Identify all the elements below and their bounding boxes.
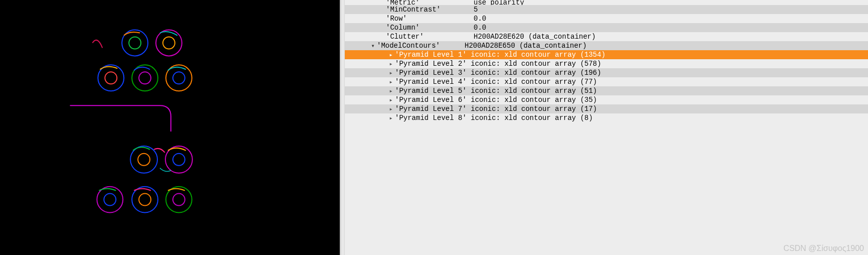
child-detail: iconic: xld contour array (77)	[471, 78, 597, 86]
child-label: 'Pyramid Level 3'	[395, 69, 467, 77]
param-key: 'MinContrast'	[386, 6, 474, 14]
pyramid-level-row-1[interactable]: ▸ 'Pyramid Level 1' iconic: xld contour …	[345, 50, 868, 59]
param-key: 'ModelContours'	[377, 42, 465, 50]
disclosure-triangle-right-icon[interactable]: ▸	[387, 96, 395, 104]
child-label: 'Pyramid Level 2'	[395, 60, 467, 68]
param-key: 'Clutter'	[386, 33, 474, 41]
param-row-metric[interactable]: 'Metric' use_polarity	[345, 0, 868, 5]
param-row-modelcontours[interactable]: ▾ 'ModelContours' H200AD28E650 (data_con…	[345, 41, 868, 50]
svg-point-5	[105, 72, 117, 84]
svg-point-3	[163, 37, 175, 49]
svg-point-15	[104, 194, 116, 206]
child-detail: iconic: xld contour array (578)	[471, 60, 601, 68]
child-detail: iconic: xld contour array (196)	[471, 69, 601, 77]
watermark-text: CSDN @Σίσυφος1900	[783, 244, 864, 253]
child-detail: iconic: xld contour array (17)	[471, 105, 597, 113]
pyramid-level-row-4[interactable]: ▸ 'Pyramid Level 4' iconic: xld contour …	[345, 77, 868, 86]
disclosure-triangle-right-icon[interactable]: ▸	[387, 78, 395, 86]
pyramid-level-row-8[interactable]: ▸ 'Pyramid Level 8' iconic: xld contour …	[345, 113, 868, 122]
param-value: 5	[474, 6, 478, 14]
svg-point-17	[139, 194, 151, 206]
svg-point-9	[173, 72, 185, 84]
param-value: H200AD28E650 (data_container)	[465, 42, 587, 50]
pyramid-level-row-3[interactable]: ▸ 'Pyramid Level 3' iconic: xld contour …	[345, 68, 868, 77]
contour-display-viewport[interactable]	[0, 0, 341, 255]
pyramid-level-row-7[interactable]: ▸ 'Pyramid Level 7' iconic: xld contour …	[345, 104, 868, 113]
child-detail: iconic: xld contour array (35)	[471, 96, 597, 104]
contour-svg	[0, 0, 340, 255]
svg-point-16	[132, 187, 158, 213]
disclosure-triangle-right-icon[interactable]: ▸	[387, 114, 395, 122]
svg-point-11	[138, 154, 150, 166]
child-detail: iconic: xld contour array (1354)	[471, 51, 605, 59]
param-key: 'Metric'	[386, 0, 474, 5]
param-row-column[interactable]: 'Column' 0.0	[345, 23, 868, 32]
param-value: 0.0	[474, 15, 486, 23]
svg-point-10	[130, 146, 157, 173]
disclosure-triangle-right-icon[interactable]: ▸	[387, 60, 395, 68]
svg-point-2	[156, 30, 182, 56]
param-value: 0.0	[474, 24, 486, 32]
disclosure-triangle-right-icon[interactable]: ▸	[387, 69, 395, 77]
child-detail: iconic: xld contour array (51)	[471, 87, 597, 95]
param-key: 'Row'	[386, 15, 474, 23]
disclosure-triangle-down-icon[interactable]: ▾	[369, 42, 377, 50]
pyramid-level-row-6[interactable]: ▸ 'Pyramid Level 6' iconic: xld contour …	[345, 95, 868, 104]
disclosure-triangle-right-icon[interactable]: ▸	[387, 87, 395, 95]
child-label: 'Pyramid Level 5'	[395, 87, 467, 95]
svg-point-13	[173, 154, 185, 166]
child-label: 'Pyramid Level 4'	[395, 78, 467, 86]
child-label: 'Pyramid Level 7'	[395, 105, 467, 113]
param-value: H200AD28E620 (data_container)	[474, 33, 596, 41]
child-label: 'Pyramid Level 8'	[395, 114, 467, 122]
param-value: use_polarity	[474, 0, 524, 5]
pyramid-level-row-5[interactable]: ▸ 'Pyramid Level 5' iconic: xld contour …	[345, 86, 868, 95]
svg-point-7	[139, 72, 151, 84]
pane-splitter[interactable]	[341, 0, 345, 255]
pyramid-level-row-2[interactable]: ▸ 'Pyramid Level 2' iconic: xld contour …	[345, 59, 868, 68]
svg-point-19	[173, 194, 185, 206]
child-label: 'Pyramid Level 6'	[395, 96, 467, 104]
child-detail: iconic: xld contour array (8)	[471, 114, 593, 122]
svg-point-18	[166, 187, 192, 213]
child-label: 'Pyramid Level 1'	[395, 51, 467, 59]
disclosure-triangle-right-icon[interactable]: ▸	[387, 105, 395, 113]
disclosure-triangle-right-icon[interactable]: ▸	[387, 51, 395, 59]
svg-point-14	[97, 187, 123, 213]
variable-inspector-pane[interactable]: 'Metric' use_polarity 'MinContrast' 5 'R…	[345, 0, 868, 255]
param-row-mincontrast[interactable]: 'MinContrast' 5	[345, 5, 868, 14]
param-key: 'Column'	[386, 24, 474, 32]
param-row-row[interactable]: 'Row' 0.0	[345, 14, 868, 23]
param-row-clutter[interactable]: 'Clutter' H200AD28E620 (data_container)	[345, 32, 868, 41]
svg-point-1	[129, 37, 141, 49]
